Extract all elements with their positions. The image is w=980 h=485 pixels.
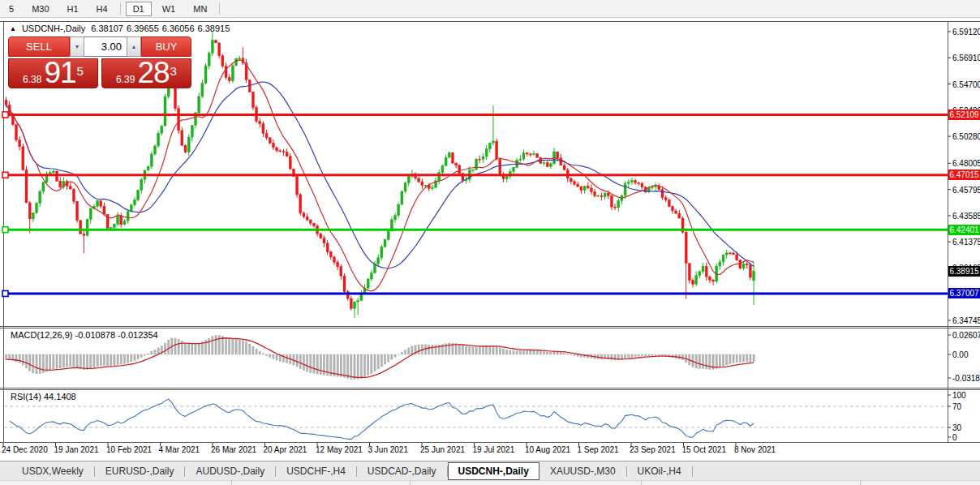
current-price-badge: 6.38915 bbox=[948, 266, 980, 277]
date-tick-label: 10 Feb 2021 bbox=[106, 445, 152, 454]
price-tick-label: 6.43585 bbox=[952, 212, 980, 221]
date-tick-label: 24 Dec 2020 bbox=[2, 445, 48, 454]
macd-indicator-label: MACD(12,26,9) -0.010878 -0.012354 bbox=[11, 330, 158, 340]
price-tick-label: 6.45795 bbox=[952, 186, 980, 195]
sell-price-display[interactable]: 6.38915 bbox=[8, 58, 98, 88]
price-tick-label: 6.54700 bbox=[952, 80, 980, 89]
sell-price-point: 5 bbox=[77, 59, 84, 84]
volume-decrease-button[interactable]: ▼ bbox=[70, 36, 84, 57]
date-tick-label: 19 Jul 2021 bbox=[473, 445, 515, 454]
sell-button[interactable]: SELL bbox=[8, 36, 70, 57]
price-level-badge[interactable]: 6.47015 bbox=[948, 170, 980, 180]
one-click-trade-panel: SELL ▼ ▲ BUY 6.38915 6.39283 bbox=[8, 36, 191, 88]
sell-price-pips: 91 bbox=[44, 59, 75, 87]
price-tick-label: 6.56910 bbox=[952, 54, 980, 62]
macd-tick-label: -0.03187 bbox=[952, 374, 980, 383]
date-tick-label: 20 Apr 2021 bbox=[264, 445, 307, 454]
buy-price-pips: 28 bbox=[137, 59, 169, 87]
volume-increase-button[interactable]: ▲ bbox=[127, 36, 141, 57]
buy-price-big-figure: 6.39 bbox=[116, 72, 135, 87]
macd-tick-label: 0.00 bbox=[952, 350, 968, 359]
date-tick-label: 3 Jun 2021 bbox=[368, 445, 409, 454]
rsi-tick-label: 0 bbox=[952, 433, 957, 442]
rsi-indicator-label: RSI(14) 44.1408 bbox=[11, 392, 76, 401]
rsi-tick-label: 30 bbox=[952, 423, 961, 432]
date-tick-label: 23 Sep 2021 bbox=[630, 445, 676, 454]
mt4-application-window: 5M30H1H4D1W1MN ▲USDCNH-,Daily 6.381076.3… bbox=[0, 0, 980, 485]
date-tick-label: 8 Nov 2021 bbox=[734, 445, 776, 454]
date-tick-label: 4 Mar 2021 bbox=[159, 445, 200, 454]
date-tick-label: 19 Jan 2021 bbox=[54, 445, 99, 454]
date-tick-label: 1 Sep 2021 bbox=[578, 445, 619, 454]
date-tick-label: 10 Aug 2021 bbox=[525, 445, 570, 454]
price-tick-label: 6.59120 bbox=[952, 28, 980, 36]
price-tick-label: 6.50280 bbox=[952, 132, 980, 141]
price-level-badge[interactable]: 6.52109 bbox=[948, 109, 980, 120]
price-tick-label: 6.34745 bbox=[952, 316, 980, 325]
buy-price-point: 3 bbox=[170, 59, 177, 84]
rsi-tick-label: 70 bbox=[952, 402, 961, 411]
price-level-badge[interactable]: 6.37007 bbox=[948, 288, 980, 298]
date-tick-label: 26 Mar 2021 bbox=[211, 445, 256, 454]
macd-tick-label: 0.02607 bbox=[952, 331, 980, 340]
rsi-tick-label: 100 bbox=[952, 391, 966, 400]
date-tick-label: 12 May 2021 bbox=[316, 445, 363, 454]
date-tick-label: 25 Jun 2021 bbox=[420, 445, 465, 454]
buy-price-display[interactable]: 6.39283 bbox=[101, 58, 191, 88]
price-tick-label: 6.48005 bbox=[952, 159, 980, 168]
price-tick-label: 6.41375 bbox=[952, 238, 980, 247]
buy-button[interactable]: BUY bbox=[141, 36, 191, 57]
volume-input[interactable] bbox=[84, 36, 127, 57]
date-tick-label: 15 Oct 2021 bbox=[682, 445, 726, 454]
price-level-badge[interactable]: 6.42401 bbox=[948, 225, 980, 235]
sell-price-big-figure: 6.38 bbox=[23, 72, 41, 87]
